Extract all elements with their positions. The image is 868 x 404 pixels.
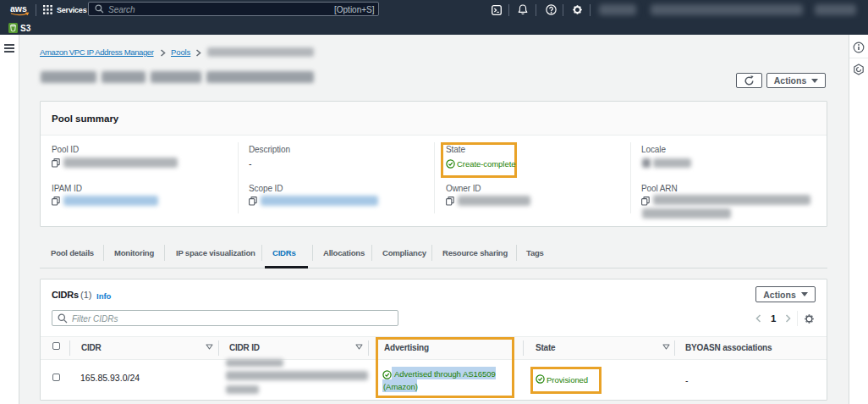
svg-text:aws: aws [10, 3, 27, 14]
